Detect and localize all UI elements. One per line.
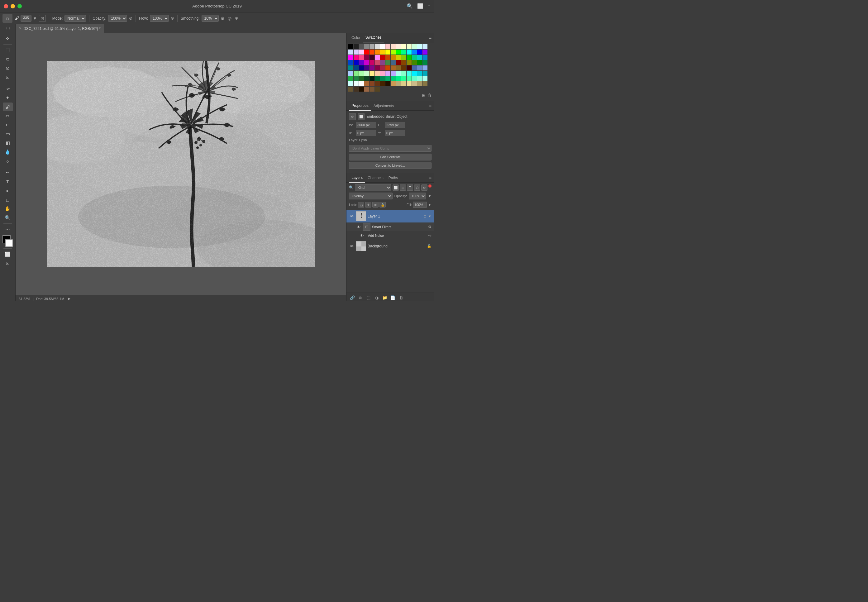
height-field[interactable]	[385, 122, 405, 128]
swatch-olive[interactable]	[406, 60, 412, 65]
symmetry-icon[interactable]: ◎	[228, 16, 232, 21]
swatch-darkgray1[interactable]	[354, 44, 359, 49]
lock-all-icon[interactable]: 🔒	[379, 202, 386, 207]
swatch-burnt[interactable]	[385, 65, 390, 71]
swatch-seafoam[interactable]	[412, 76, 417, 81]
new-swatch-icon[interactable]: ⊕	[422, 93, 425, 98]
swatch-cyan[interactable]	[406, 49, 412, 55]
swatch-lightpink[interactable]	[385, 44, 390, 49]
swatch-honeydew[interactable]	[364, 71, 369, 76]
eyedropper-tool[interactable]: 🖙	[3, 84, 13, 93]
fill-value[interactable]	[413, 201, 427, 208]
swatch-black[interactable]	[348, 44, 353, 49]
lock-pixels-icon[interactable]: ⬚	[358, 202, 364, 207]
swatch-darkmagenta[interactable]	[364, 60, 369, 65]
swatch-darkterracotta[interactable]	[375, 87, 380, 92]
swatch-turquoise[interactable]	[396, 71, 401, 76]
smart-filter-icon[interactable]: ⊙	[421, 184, 428, 191]
swatch-lightyellow[interactable]	[401, 44, 406, 49]
new-layer-icon[interactable]: 📄	[390, 294, 396, 301]
swatch-walnut[interactable]	[375, 81, 380, 86]
properties-menu-icon[interactable]: ≡	[429, 103, 431, 108]
swatch-orange[interactable]	[375, 49, 380, 55]
add-adjustment-icon[interactable]: ◑	[373, 294, 380, 301]
x-field[interactable]	[356, 130, 376, 136]
swatch-lightgray1[interactable]	[370, 44, 374, 49]
swatch-sky[interactable]	[412, 71, 417, 76]
tab-properties[interactable]: Properties	[349, 101, 371, 111]
swatch-darkpink2[interactable]	[375, 65, 380, 71]
swatch-brown1[interactable]	[401, 60, 406, 65]
tab-color[interactable]: Color	[349, 33, 363, 42]
swatch-lightmint[interactable]	[412, 44, 417, 49]
swatch-darkorange[interactable]	[391, 55, 396, 60]
swatch-midgray[interactable]	[364, 44, 369, 49]
swatch-seagreen[interactable]	[348, 76, 353, 81]
swatch-jade[interactable]	[385, 76, 390, 81]
swatch-electric[interactable]	[406, 71, 412, 76]
layer-item-layer1[interactable]: 👁 Layer 1 ⊙ ▼	[347, 210, 434, 223]
text-tool[interactable]: T	[3, 177, 13, 186]
swatch-raspberry[interactable]	[380, 65, 385, 71]
swatch-cornflower[interactable]	[412, 65, 417, 71]
document-tab[interactable]: ✕ DSC_7221.psd @ 61.5% (Layer 1, RGB/16*…	[15, 24, 104, 33]
settings-icon[interactable]: ⚙	[221, 16, 225, 21]
swatch-slate[interactable]	[391, 60, 396, 65]
swatch-darkrose[interactable]	[370, 55, 374, 60]
swatch-red[interactable]	[364, 49, 369, 55]
tab-layers[interactable]: Layers	[349, 173, 365, 183]
swatch-cream[interactable]	[406, 81, 412, 86]
flow-select[interactable]: 100%	[150, 15, 169, 22]
tab-adjustments[interactable]: Adjustments	[371, 101, 397, 111]
swatch-apricot[interactable]	[375, 71, 380, 76]
swatch-periwinkle[interactable]	[417, 65, 422, 71]
layer1-visibility-icon[interactable]: 👁	[349, 213, 354, 219]
smartfilters-settings-icon[interactable]: ⚙	[428, 225, 431, 229]
blur-tool[interactable]: 💧	[3, 148, 13, 157]
layer-sublayer-addnoise[interactable]: 👁 Add Noise ⇨	[347, 231, 434, 240]
layer-item-background[interactable]: 👁 Background 🔒	[347, 240, 434, 252]
brush-options-icon[interactable]: ▼	[33, 16, 37, 21]
swatch-darkmaroon[interactable]	[406, 65, 412, 71]
pen-tool[interactable]: ✒	[3, 168, 13, 177]
swatch-mahogany[interactable]	[370, 81, 374, 86]
swatch-lightblue1[interactable]	[422, 44, 428, 49]
swatch-amber[interactable]	[380, 49, 385, 55]
swatch-bisque[interactable]	[412, 81, 417, 86]
smoothing-select[interactable]: 10%	[202, 15, 219, 22]
swatch-yellow[interactable]	[385, 49, 390, 55]
pixel-filter-icon[interactable]: ⬜	[393, 184, 399, 191]
swatch-darkpink[interactable]	[370, 60, 374, 65]
hand-tool[interactable]: ✋	[3, 204, 13, 213]
tab-channels[interactable]: Channels	[365, 173, 386, 183]
swatch-emerald[interactable]	[422, 60, 428, 65]
swatch-darktan[interactable]	[422, 81, 428, 86]
adjustment-filter-icon[interactable]: ◎	[400, 184, 406, 191]
swatch-lightorange[interactable]	[396, 44, 401, 49]
flow-icon[interactable]: ⊙	[171, 16, 174, 21]
swatch-gold[interactable]	[391, 81, 396, 86]
addnoise-arrow-icon[interactable]: ⇨	[428, 233, 431, 238]
swatch-teal[interactable]	[348, 65, 353, 71]
swatch-chocolate[interactable]	[401, 65, 406, 71]
shape-filter-icon[interactable]: ⬡	[414, 184, 420, 191]
swatch-lightseafoam[interactable]	[417, 76, 422, 81]
swatch-lightgreen[interactable]	[354, 71, 359, 76]
swatch-lightspring[interactable]	[406, 76, 412, 81]
addnoise-vis-icon[interactable]: 👁	[359, 233, 365, 238]
swatch-neongreen[interactable]	[401, 76, 406, 81]
layers-menu-icon[interactable]: ≡	[429, 175, 431, 180]
swatch-darkblue1[interactable]	[422, 55, 428, 60]
swatch-darklime[interactable]	[401, 55, 406, 60]
close-button[interactable]	[4, 4, 8, 8]
swatch-deepforest[interactable]	[364, 76, 369, 81]
rectangular-marquee-tool[interactable]: ⬚	[3, 46, 13, 55]
swatch-arctic[interactable]	[348, 81, 353, 86]
swatch-aquamarine[interactable]	[401, 71, 406, 76]
swatch-darkseagreen[interactable]	[354, 76, 359, 81]
opacity-select[interactable]: 100%	[108, 15, 127, 22]
brush-tool[interactable]: 🖌	[3, 103, 13, 111]
swatch-khaki[interactable]	[370, 71, 374, 76]
convert-to-linked-button[interactable]: Convert to Linked...	[349, 162, 431, 169]
swatch-springgreen[interactable]	[401, 49, 406, 55]
